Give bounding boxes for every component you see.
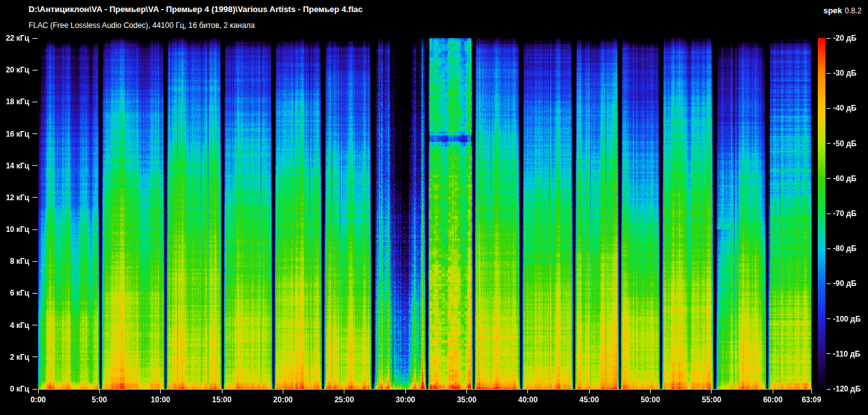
time-tick-mark: [99, 390, 100, 393]
freq-tick-mark: [32, 293, 37, 294]
time-tick-label: 45:00: [570, 395, 608, 404]
db-tick-mark: [827, 178, 831, 179]
time-tick-label: 35:00: [448, 395, 486, 404]
spek-window: D:\Антициклон\VA - Премьер\VA - Премьер …: [0, 0, 868, 415]
time-tick-label: 55:00: [693, 395, 731, 404]
freq-tick-mark: [32, 229, 37, 230]
freq-tick-label: 12 кГц: [1, 193, 29, 202]
time-tick-mark: [160, 390, 161, 393]
db-tick-label: -50 дБ: [833, 139, 868, 148]
time-tick-mark: [283, 390, 283, 393]
db-tick-label: -90 дБ: [833, 279, 868, 288]
db-tick-label: -120 дБ: [833, 384, 868, 393]
time-tick-mark: [589, 390, 590, 393]
db-tick-mark: [827, 353, 831, 354]
freq-tick-mark: [32, 38, 37, 39]
file-path-title: D:\Антициклон\VA - Премьер\VA - Премьер …: [29, 4, 363, 14]
time-tick-mark: [38, 390, 39, 393]
db-tick-mark: [827, 108, 831, 109]
db-tick-mark: [827, 318, 831, 319]
db-tick-mark: [827, 143, 831, 144]
app-brand: spek0.8.2: [824, 4, 862, 16]
db-tick-label: -100 дБ: [833, 315, 868, 323]
db-tick-mark: [827, 214, 831, 214]
db-tick-mark: [827, 38, 831, 39]
db-tick-mark: [827, 283, 831, 284]
time-tick-label: 10:00: [142, 395, 180, 404]
freq-tick-label: 14 кГц: [1, 161, 29, 170]
time-tick-label: 20:00: [264, 395, 302, 404]
freq-tick-mark: [32, 197, 37, 198]
db-colorbar: [818, 38, 825, 389]
freq-tick-label: 6 кГц: [1, 289, 29, 297]
time-tick-label: 25:00: [325, 395, 363, 404]
time-tick-mark: [527, 390, 528, 393]
time-tick-label: 5:00: [80, 395, 118, 404]
app-version: 0.8.2: [844, 6, 862, 15]
freq-tick-label: 0 кГц: [1, 384, 29, 393]
time-tick-mark: [344, 390, 344, 393]
time-tick-label: 40:00: [509, 395, 547, 404]
db-tick-mark: [827, 389, 831, 390]
freq-tick-label: 4 кГц: [1, 321, 29, 330]
time-tick-mark: [711, 390, 712, 393]
spectrogram: [38, 38, 811, 389]
db-tick-mark: [827, 73, 831, 74]
time-tick-label: 50:00: [632, 395, 670, 404]
freq-tick-label: 2 кГц: [1, 353, 29, 362]
time-tick-mark: [650, 390, 651, 393]
freq-tick-label: 20 кГц: [1, 65, 29, 74]
app-name: spek: [824, 6, 843, 15]
time-tick-label: 63:09: [792, 395, 831, 404]
freq-tick-mark: [32, 389, 37, 390]
freq-tick-mark: [32, 102, 37, 102]
freq-tick-label: 18 кГц: [1, 97, 29, 106]
time-tick-mark: [773, 390, 773, 393]
db-tick-label: -110 дБ: [833, 350, 868, 358]
freq-tick-label: 10 кГц: [1, 225, 29, 234]
time-tick-mark: [811, 390, 812, 393]
freq-tick-mark: [32, 357, 37, 357]
db-tick-mark: [827, 248, 831, 249]
db-tick-label: -60 дБ: [833, 174, 868, 183]
db-tick-label: -40 дБ: [833, 104, 868, 112]
db-tick-label: -20 дБ: [833, 34, 868, 43]
freq-tick-mark: [32, 165, 37, 166]
format-info: FLAC (Free Lossless Audio Codec), 44100 …: [29, 21, 255, 30]
freq-tick-mark: [32, 70, 37, 71]
time-tick-label: 0:00: [19, 395, 57, 404]
time-tick-label: 60:00: [754, 395, 792, 404]
db-tick-label: -80 дБ: [833, 244, 868, 253]
time-tick-mark: [405, 390, 406, 393]
db-tick-label: -70 дБ: [833, 209, 868, 218]
freq-tick-mark: [32, 133, 37, 134]
freq-tick-label: 8 кГц: [1, 257, 29, 266]
time-tick-label: 30:00: [386, 395, 424, 404]
db-tick-label: -30 дБ: [833, 69, 868, 78]
time-tick-label: 15:00: [203, 395, 241, 404]
freq-tick-mark: [32, 261, 37, 262]
time-tick-mark: [222, 390, 222, 393]
freq-tick-label: 22 кГц: [1, 34, 29, 43]
freq-tick-mark: [32, 325, 37, 325]
x-axis-line: [38, 389, 812, 390]
freq-tick-label: 16 кГц: [1, 130, 29, 139]
time-tick-mark: [466, 390, 467, 393]
